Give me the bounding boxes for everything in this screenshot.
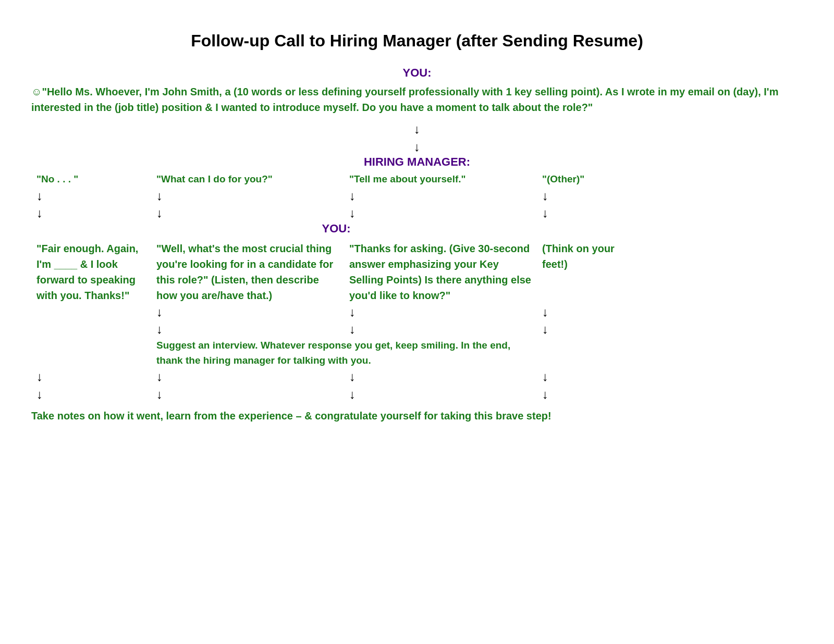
you-col-1: "Well, what's the most crucial thing you…: [151, 238, 344, 303]
arrows-row-1: ↓ ↓ ↓ ↓: [31, 187, 803, 205]
you-col-2: "Thanks for asking. (Give 30-second answ…: [344, 238, 537, 303]
col-other: "(Other)": [537, 172, 641, 187]
arrows-final-2: ↓ ↓ ↓ ↓: [31, 386, 803, 403]
col-what: "What can I do for you?": [151, 172, 344, 187]
opening-text: ☺"Hello Ms. Whoever, I'm John Smith, a (…: [31, 84, 803, 115]
arrow-you-3-1: ↓: [537, 303, 641, 321]
you-response-3: (Think on your feet!): [542, 241, 636, 272]
arrow-col-0-2: ↓: [31, 204, 151, 222]
you-response-2: "Thanks for asking. (Give 30-second answ…: [349, 241, 532, 303]
arrows-row-4: ↓ ↓ ↓ ↓: [31, 320, 803, 338]
arrow-final-2-2: ↓: [344, 386, 537, 403]
you-label-middle: YOU:: [31, 222, 641, 236]
arrow-final-3-2: ↓: [537, 386, 641, 403]
hm-response-0: "No . . . ": [36, 172, 146, 187]
arrow-final-1-1: ↓: [151, 368, 344, 386]
arrow-final-1-2: ↓: [151, 386, 344, 403]
arrow-col-2-2: ↓: [344, 204, 537, 222]
arrow-final-0-1: ↓: [31, 368, 151, 386]
arrow-you-1-1: ↓: [151, 303, 344, 321]
arrow-you-3-2: ↓: [537, 320, 641, 338]
hm-response-2: "Tell me about yourself.": [349, 172, 532, 187]
suggest-text-col: Suggest an interview. Whatever response …: [151, 338, 537, 368]
you-label-top: YOU:: [31, 66, 803, 80]
arrow-final-0-2: ↓: [31, 386, 151, 403]
arrow-you-1-2: ↓: [151, 320, 344, 338]
arrow-col-0-1: ↓: [31, 187, 151, 205]
arrow-after-opening-2: ↓: [31, 138, 803, 156]
you-response-0: "Fair enough. Again, I'm ____ & I look f…: [36, 241, 146, 303]
arrow-you-2-2: ↓: [344, 320, 537, 338]
hm-response-3: "(Other)": [542, 172, 636, 187]
arrow-you-2-1: ↓: [344, 303, 537, 321]
final-text: Take notes on how it went, learn from th…: [31, 408, 803, 424]
arrow-col-2-1: ↓: [344, 187, 537, 205]
arrows-row-2: ↓ ↓ ↓ ↓: [31, 204, 803, 222]
arrow-you-0-2: ↓: [31, 320, 151, 338]
arrows-row-3: ↓ ↓ ↓ ↓: [31, 303, 803, 321]
hm-response-1: "What can I do for you?": [156, 172, 339, 187]
you-col-3: (Think on your feet!): [537, 238, 641, 272]
you-col-0: "Fair enough. Again, I'm ____ & I look f…: [31, 238, 151, 303]
hm-responses-row: "No . . . " "What can I do for you?" "Te…: [31, 172, 803, 187]
arrow-col-1-1: ↓: [151, 187, 344, 205]
suggest-row: Suggest an interview. Whatever response …: [31, 338, 803, 368]
hm-label: HIRING MANAGER:: [31, 155, 803, 169]
smiley-icon: ☺: [31, 86, 42, 97]
col-no: "No . . . ": [31, 172, 151, 187]
page-title: Follow-up Call to Hiring Manager (after …: [31, 31, 803, 51]
col-tell: "Tell me about yourself.": [344, 172, 537, 187]
arrow-col-3-1: ↓: [537, 187, 641, 205]
you-responses-row: "Fair enough. Again, I'm ____ & I look f…: [31, 238, 803, 303]
you-response-1: "Well, what's the most crucial thing you…: [156, 241, 339, 303]
arrow-col-1-2: ↓: [151, 204, 344, 222]
arrow-final-3-1: ↓: [537, 368, 641, 386]
you-label-row: YOU:: [31, 222, 803, 238]
arrows-final-1: ↓ ↓ ↓ ↓: [31, 368, 803, 386]
arrow-col-3-2: ↓: [537, 204, 641, 222]
arrow-after-opening-1: ↓: [31, 120, 803, 138]
arrow-final-2-1: ↓: [344, 368, 537, 386]
suggest-text: Suggest an interview. Whatever response …: [156, 338, 532, 368]
arrow-you-0-1: ↓: [31, 303, 151, 321]
